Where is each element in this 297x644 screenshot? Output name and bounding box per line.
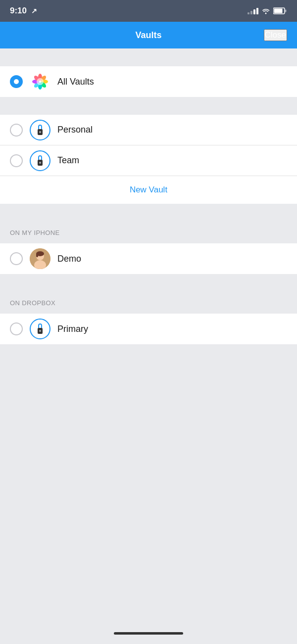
nav-title: Vaults [135, 30, 161, 41]
time-label: 9:10 [10, 6, 27, 16]
nav-bar: Vaults Close [0, 22, 297, 48]
mid-gap-3 [0, 274, 297, 292]
mid-gap-2 [0, 204, 297, 222]
personal-vault-row[interactable]: Personal [0, 115, 297, 145]
team-vault-radio[interactable] [10, 154, 23, 167]
all-vaults-label: All Vaults [57, 77, 94, 87]
all-vaults-section: All Vaults [0, 66, 297, 97]
team-vault-row[interactable]: Team [0, 145, 297, 176]
primary-vault-label: Primary [57, 324, 88, 334]
demo-vault-icon [30, 248, 50, 269]
personal-vault-label: Personal [57, 125, 93, 135]
primary-vault-row[interactable]: Primary [0, 314, 297, 344]
bottom-fill [0, 344, 297, 483]
all-vaults-radio[interactable] [10, 75, 23, 88]
all-vaults-row[interactable]: All Vaults [0, 66, 297, 97]
dropbox-section-header: ON DROPBOX [0, 292, 297, 314]
all-vaults-icon [30, 71, 50, 92]
demo-vault-radio[interactable] [10, 252, 23, 265]
iphone-vaults-section: Demo [0, 243, 297, 274]
top-gap [0, 48, 297, 66]
iphone-section-label: ON MY IPHONE [10, 229, 60, 236]
svg-point-15 [39, 131, 41, 133]
status-bar: 9:10 ↗ [0, 0, 297, 22]
new-vault-row[interactable]: New Vault [0, 176, 297, 204]
account-vaults-section: Personal Team New Vault [0, 115, 297, 204]
svg-rect-23 [36, 253, 38, 257]
personal-vault-icon [30, 120, 50, 140]
dropbox-section-label: ON DROPBOX [10, 299, 55, 307]
wifi-icon [261, 7, 270, 14]
status-time: 9:10 ↗ [10, 6, 37, 16]
demo-vault-row[interactable]: Demo [0, 243, 297, 274]
close-button[interactable]: Close [264, 29, 287, 41]
location-icon: ↗ [31, 7, 37, 15]
dropbox-vaults-section: Primary [0, 314, 297, 344]
mid-gap-1 [0, 97, 297, 115]
signal-icon [248, 7, 258, 14]
svg-point-26 [39, 330, 41, 332]
primary-vault-radio[interactable] [10, 322, 23, 335]
svg-rect-2 [285, 10, 287, 12]
demo-vault-label: Demo [57, 254, 81, 264]
status-icons [248, 7, 287, 14]
primary-vault-icon [30, 319, 50, 339]
team-vault-label: Team [57, 155, 79, 166]
new-vault-label: New Vault [130, 185, 167, 195]
iphone-section-header: ON MY IPHONE [0, 222, 297, 243]
home-indicator [114, 632, 183, 635]
battery-icon [273, 7, 287, 14]
svg-point-18 [39, 162, 41, 164]
svg-point-12 [37, 78, 44, 85]
personal-vault-radio[interactable] [10, 124, 23, 137]
team-vault-icon [30, 150, 50, 171]
svg-rect-1 [274, 9, 283, 13]
home-indicator-area [0, 622, 297, 644]
